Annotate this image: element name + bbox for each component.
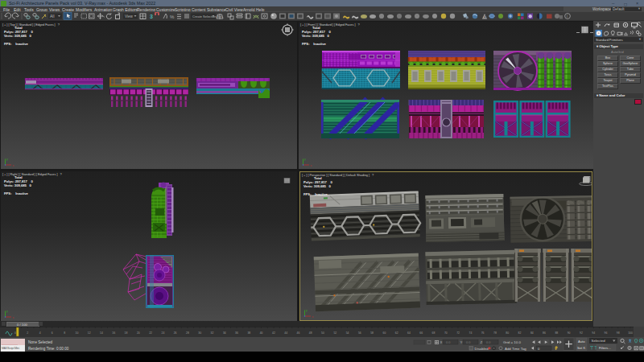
svg-text:0: 0 [14,331,16,335]
svg-text:96: 96 [605,331,608,335]
svg-text:34: 34 [223,331,226,335]
svg-text:y: y [304,158,306,161]
svg-text:26: 26 [174,331,177,335]
svg-text:12: 12 [88,331,91,335]
svg-text:16: 16 [112,331,115,335]
svg-text:0.0: 0.0 [466,341,470,344]
svg-text:4: 4 [39,331,41,335]
svg-text:y: y [6,310,8,313]
svg-text:Grid = 10.0: Grid = 10.0 [503,340,521,344]
svg-text:80: 80 [506,331,509,335]
svg-text:All: All [50,14,55,19]
svg-text:Selected: Selected [592,339,606,343]
svg-text:84: 84 [530,331,534,335]
svg-text:60: 60 [383,331,386,335]
svg-text:88: 88 [555,331,558,335]
svg-text:30: 30 [198,331,201,335]
svg-text:92: 92 [580,331,583,335]
svg-text:98: 98 [617,331,620,335]
svg-text:46: 46 [297,331,300,335]
svg-text:Add Time Tag: Add Time Tag [505,347,526,351]
svg-text:24: 24 [162,331,165,335]
svg-text:20: 20 [137,331,140,335]
svg-text:32: 32 [211,331,214,335]
svg-text:14: 14 [100,331,103,335]
svg-text:64: 64 [407,331,411,335]
svg-text:66: 66 [419,331,423,335]
svg-text:90: 90 [568,331,571,335]
svg-text:44: 44 [284,331,287,335]
svg-text:40: 40 [260,331,263,335]
svg-text:Filters...: Filters... [599,346,611,350]
svg-text:8: 8 [64,331,65,335]
svg-text:54: 54 [346,331,349,335]
svg-text:42: 42 [272,331,275,335]
svg-text:82: 82 [518,331,522,335]
svg-text:94: 94 [592,331,595,335]
svg-text:50: 50 [321,331,324,335]
svg-text:70: 70 [444,331,448,335]
svg-text:x: x [312,315,314,319]
svg-text:3: 3 [150,14,153,19]
svg-text:x: x [13,316,14,319]
svg-text:58: 58 [370,331,374,335]
svg-text:38: 38 [247,331,250,335]
svg-text:View: View [125,14,134,19]
svg-text:18: 18 [125,331,128,335]
svg-text:0.0: 0.0 [486,341,490,344]
svg-text:x: x [311,164,312,167]
svg-text:48: 48 [309,331,312,335]
svg-text:%: % [170,14,175,19]
svg-text:86: 86 [543,331,546,335]
svg-text:6: 6 [52,331,53,335]
svg-text:78: 78 [493,331,497,335]
svg-text:62: 62 [395,331,398,335]
svg-text:Auto: Auto [578,339,585,343]
svg-text:Set K: Set K [577,346,585,350]
svg-text:100: 100 [628,331,633,335]
svg-text:0.0: 0.0 [446,341,450,344]
svg-text:y: y [6,158,8,161]
svg-text:i: i [567,14,568,19]
svg-text:28: 28 [186,331,189,335]
svg-text:74: 74 [469,331,473,335]
svg-text:22: 22 [149,331,152,335]
svg-text:A: A [484,15,486,19]
svg-text:68: 68 [432,331,436,335]
svg-text:2: 2 [27,331,28,335]
svg-text:36: 36 [235,331,238,335]
svg-text:56: 56 [358,331,361,335]
svg-text:y: y [306,309,308,312]
svg-text:10: 10 [76,331,79,335]
svg-text:76: 76 [481,331,485,335]
svg-text:72: 72 [456,331,460,335]
svg-text:Disabled: Disabled [475,347,489,351]
svg-text:x: x [13,164,14,167]
svg-text:52: 52 [333,331,336,335]
